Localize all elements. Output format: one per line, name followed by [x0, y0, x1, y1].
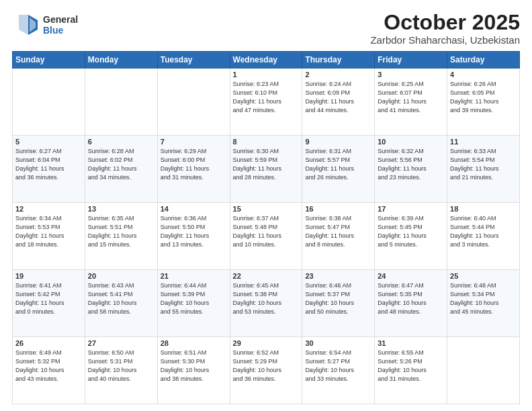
- day-info: Sunrise: 6:34 AMSunset: 5:53 PMDaylight:…: [15, 214, 82, 249]
- day-number: 25: [450, 272, 517, 280]
- day-info: Sunrise: 6:54 AMSunset: 5:27 PMDaylight:…: [305, 349, 371, 383]
- day-info: Sunrise: 6:46 AMSunset: 5:37 PMDaylight:…: [305, 281, 371, 316]
- day-number: 3: [378, 71, 444, 79]
- calendar-cell: 5Sunrise: 6:27 AMSunset: 6:04 PMDaylight…: [13, 136, 85, 203]
- day-number: 27: [88, 339, 154, 347]
- calendar-cell: 12Sunrise: 6:34 AMSunset: 5:53 PMDayligh…: [13, 203, 85, 270]
- calendar-cell: 21Sunrise: 6:44 AMSunset: 5:39 PMDayligh…: [157, 270, 230, 337]
- day-number: 14: [161, 205, 227, 213]
- day-info: Sunrise: 6:33 AMSunset: 5:54 PMDaylight:…: [450, 147, 517, 182]
- day-info: Sunrise: 6:49 AMSunset: 5:32 PMDaylight:…: [15, 349, 82, 383]
- day-info: Sunrise: 6:55 AMSunset: 5:26 PMDaylight:…: [378, 349, 444, 383]
- calendar-cell: 23Sunrise: 6:46 AMSunset: 5:37 PMDayligh…: [302, 270, 375, 337]
- day-number: 17: [378, 205, 444, 213]
- calendar-cell: 4Sunrise: 6:26 AMSunset: 6:05 PMDaylight…: [447, 68, 520, 136]
- day-number: 4: [450, 71, 517, 79]
- calendar-cell: 25Sunrise: 6:48 AMSunset: 5:34 PMDayligh…: [447, 270, 520, 337]
- calendar-cell: 14Sunrise: 6:36 AMSunset: 5:50 PMDayligh…: [157, 203, 230, 270]
- day-number: 1: [233, 71, 300, 79]
- day-info: Sunrise: 6:51 AMSunset: 5:30 PMDaylight:…: [161, 349, 227, 383]
- calendar-cell: [13, 68, 85, 136]
- day-number: 11: [450, 138, 517, 146]
- day-info: Sunrise: 6:23 AMSunset: 6:10 PMDaylight:…: [233, 80, 300, 115]
- logo-text: General Blue: [43, 14, 78, 36]
- calendar-cell: 24Sunrise: 6:47 AMSunset: 5:35 PMDayligh…: [375, 270, 447, 337]
- calendar-cell: 28Sunrise: 6:51 AMSunset: 5:30 PMDayligh…: [157, 337, 230, 404]
- day-info: Sunrise: 6:35 AMSunset: 5:51 PMDaylight:…: [88, 214, 154, 249]
- calendar-week-4: 26Sunrise: 6:49 AMSunset: 5:32 PMDayligh…: [13, 337, 520, 404]
- calendar-subtitle: Zarbdor Shaharchasi, Uzbekistan: [370, 34, 520, 46]
- day-info: Sunrise: 6:44 AMSunset: 5:39 PMDaylight:…: [161, 281, 227, 316]
- calendar-week-3: 19Sunrise: 6:41 AMSunset: 5:42 PMDayligh…: [13, 270, 520, 337]
- day-info: Sunrise: 6:47 AMSunset: 5:35 PMDaylight:…: [378, 281, 444, 316]
- calendar-cell: 16Sunrise: 6:38 AMSunset: 5:47 PMDayligh…: [302, 203, 375, 270]
- calendar-header-row: Sunday Monday Tuesday Wednesday Thursday…: [13, 52, 520, 68]
- calendar-week-2: 12Sunrise: 6:34 AMSunset: 5:53 PMDayligh…: [13, 203, 520, 270]
- calendar-week-0: 1Sunrise: 6:23 AMSunset: 6:10 PMDaylight…: [13, 68, 520, 136]
- day-info: Sunrise: 6:36 AMSunset: 5:50 PMDaylight:…: [161, 214, 227, 249]
- calendar-cell: 17Sunrise: 6:39 AMSunset: 5:45 PMDayligh…: [375, 203, 447, 270]
- day-number: 24: [378, 272, 444, 280]
- day-number: 18: [450, 205, 517, 213]
- calendar-cell: 15Sunrise: 6:37 AMSunset: 5:48 PMDayligh…: [230, 203, 302, 270]
- day-number: 21: [161, 272, 227, 280]
- day-info: Sunrise: 6:43 AMSunset: 5:41 PMDaylight:…: [88, 281, 154, 316]
- day-info: Sunrise: 6:41 AMSunset: 5:42 PMDaylight:…: [15, 281, 82, 316]
- col-saturday: Saturday: [447, 52, 520, 68]
- calendar-cell: 3Sunrise: 6:25 AMSunset: 6:07 PMDaylight…: [375, 68, 447, 136]
- calendar-cell: 13Sunrise: 6:35 AMSunset: 5:51 PMDayligh…: [85, 203, 157, 270]
- header: General Blue October 2025 Zarbdor Shahar…: [12, 11, 520, 46]
- day-number: 15: [233, 205, 300, 213]
- calendar-cell: 9Sunrise: 6:31 AMSunset: 5:57 PMDaylight…: [302, 136, 375, 203]
- calendar-cell: 30Sunrise: 6:54 AMSunset: 5:27 PMDayligh…: [302, 337, 375, 404]
- title-block: October 2025 Zarbdor Shaharchasi, Uzbeki…: [370, 11, 520, 46]
- day-info: Sunrise: 6:39 AMSunset: 5:45 PMDaylight:…: [378, 214, 444, 249]
- logo: General Blue: [12, 11, 78, 39]
- calendar-cell: 27Sunrise: 6:50 AMSunset: 5:31 PMDayligh…: [85, 337, 157, 404]
- day-number: 8: [233, 138, 300, 146]
- calendar-cell: [157, 68, 230, 136]
- calendar-cell: 31Sunrise: 6:55 AMSunset: 5:26 PMDayligh…: [375, 337, 447, 404]
- col-monday: Monday: [85, 52, 157, 68]
- day-number: 20: [88, 272, 154, 280]
- day-info: Sunrise: 6:27 AMSunset: 6:04 PMDaylight:…: [15, 147, 82, 182]
- calendar-cell: 18Sunrise: 6:40 AMSunset: 5:44 PMDayligh…: [447, 203, 520, 270]
- calendar-cell: 19Sunrise: 6:41 AMSunset: 5:42 PMDayligh…: [13, 270, 85, 337]
- day-info: Sunrise: 6:37 AMSunset: 5:48 PMDaylight:…: [233, 214, 300, 249]
- day-number: 12: [15, 205, 82, 213]
- calendar-cell: 26Sunrise: 6:49 AMSunset: 5:32 PMDayligh…: [13, 337, 85, 404]
- day-number: 26: [15, 339, 82, 347]
- day-info: Sunrise: 6:48 AMSunset: 5:34 PMDaylight:…: [450, 281, 517, 316]
- calendar-cell: 2Sunrise: 6:24 AMSunset: 6:09 PMDaylight…: [302, 68, 375, 136]
- logo-svg: [12, 11, 40, 39]
- calendar-cell: [85, 68, 157, 136]
- col-tuesday: Tuesday: [157, 52, 230, 68]
- calendar-cell: 6Sunrise: 6:28 AMSunset: 6:02 PMDaylight…: [85, 136, 157, 203]
- day-info: Sunrise: 6:31 AMSunset: 5:57 PMDaylight:…: [305, 147, 371, 182]
- day-number: 10: [378, 138, 444, 146]
- calendar-cell: 1Sunrise: 6:23 AMSunset: 6:10 PMDaylight…: [230, 68, 302, 136]
- day-number: 30: [305, 339, 371, 347]
- day-number: 28: [161, 339, 227, 347]
- col-wednesday: Wednesday: [230, 52, 302, 68]
- logo-general: General: [43, 14, 78, 25]
- day-number: 23: [305, 272, 371, 280]
- day-number: 7: [161, 138, 227, 146]
- day-info: Sunrise: 6:30 AMSunset: 5:59 PMDaylight:…: [233, 147, 300, 182]
- calendar-cell: 8Sunrise: 6:30 AMSunset: 5:59 PMDaylight…: [230, 136, 302, 203]
- col-friday: Friday: [375, 52, 447, 68]
- day-number: 9: [305, 138, 371, 146]
- day-info: Sunrise: 6:29 AMSunset: 6:00 PMDaylight:…: [161, 147, 227, 182]
- day-number: 6: [88, 138, 154, 146]
- calendar-cell: 7Sunrise: 6:29 AMSunset: 6:00 PMDaylight…: [157, 136, 230, 203]
- calendar-cell: 22Sunrise: 6:45 AMSunset: 5:38 PMDayligh…: [230, 270, 302, 337]
- day-number: 2: [305, 71, 371, 79]
- day-info: Sunrise: 6:32 AMSunset: 5:56 PMDaylight:…: [378, 147, 444, 182]
- day-number: 22: [233, 272, 300, 280]
- day-info: Sunrise: 6:52 AMSunset: 5:29 PMDaylight:…: [233, 349, 300, 383]
- page: General Blue October 2025 Zarbdor Shahar…: [0, 0, 532, 411]
- day-info: Sunrise: 6:40 AMSunset: 5:44 PMDaylight:…: [450, 214, 517, 249]
- day-info: Sunrise: 6:50 AMSunset: 5:31 PMDaylight:…: [88, 349, 154, 383]
- logo-blue: Blue: [43, 25, 78, 36]
- calendar-week-1: 5Sunrise: 6:27 AMSunset: 6:04 PMDaylight…: [13, 136, 520, 203]
